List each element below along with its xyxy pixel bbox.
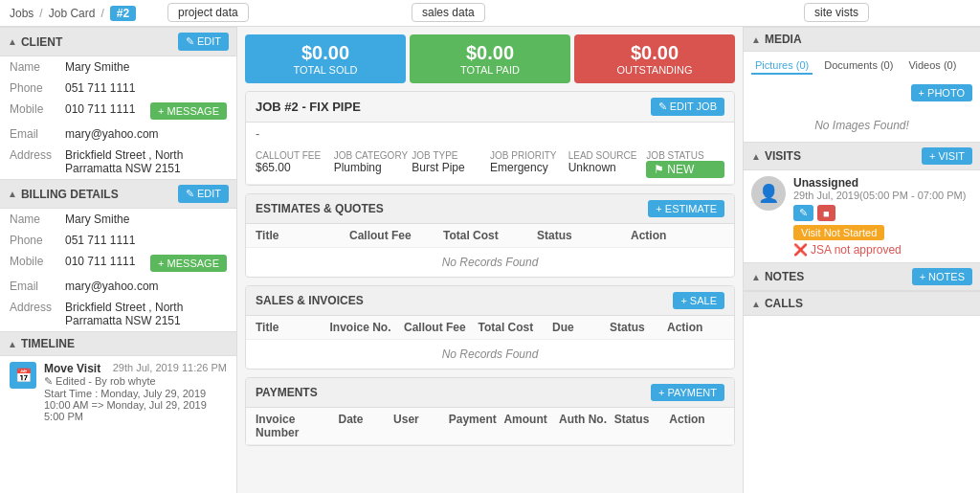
add-sale-button[interactable]: + SALE — [673, 292, 724, 309]
timeline-chevron: ▲ — [8, 339, 17, 349]
job-priority-detail: JOB PRIORITY Emergency — [490, 150, 568, 178]
client-phone-row: Phone 051 711 1111 — [0, 78, 236, 99]
visit-delete-button[interactable]: ■ — [817, 205, 835, 221]
sales-section: SALES & INVOICES + SALE Title Invoice No… — [245, 285, 735, 370]
client-address-row: Address Brickfield Street , North Parram… — [0, 145, 236, 179]
job-status-badge: ⚑ NEW — [646, 161, 724, 178]
client-message-button[interactable]: + MESSAGE — [150, 102, 227, 120]
breadcrumb-sep2: / — [100, 7, 103, 20]
sales-table-header: Title Invoice No. Callout Fee Total Cost… — [246, 316, 734, 340]
warning-icon: ❌ — [793, 243, 808, 257]
media-tabs: Pictures (0) Documents (0) Videos (0) — [744, 52, 980, 80]
media-title: ▲ MEDIA — [751, 33, 802, 46]
timeline-section: 📅 Move Visit 29th Jul, 2019 11:26 PM ✎ E… — [0, 356, 236, 434]
visit-status-badge: Visit Not Started — [793, 225, 884, 240]
sales-boxes: $0.00 TOTAL SOLD $0.00 TOTAL PAID $0.00 … — [245, 34, 735, 83]
job-card-header: JOB #2 - FIX PIPE ✎ EDIT JOB — [246, 92, 734, 123]
job-category-detail: JOB CATEGORY Plumbing — [334, 150, 412, 178]
client-title: ▲ CLIENT — [8, 35, 62, 49]
add-photo-button[interactable]: + PHOTO — [911, 84, 972, 101]
billing-mobile-row: Mobile 010 711 1111 + MESSAGE — [0, 251, 236, 276]
job-details-row: CALLOUT FEE $65.00 JOB CATEGORY Plumbing… — [246, 145, 734, 185]
timeline-item-date: 29th Jul, 2019 11:26 PM — [113, 362, 227, 375]
jsa-warning: ❌ JSA not approved — [793, 243, 972, 257]
add-visit-button[interactable]: + VISIT — [922, 147, 972, 165]
timeline-section-header: ▲ TIMELINE — [0, 331, 236, 356]
client-section-header: ▲ CLIENT ✎ EDIT — [0, 27, 236, 56]
media-tab-pictures[interactable]: Pictures (0) — [751, 57, 813, 75]
top-bar: Jobs / Job Card / #2 project data sales … — [0, 0, 980, 27]
visits-title: ▲ VISITS — [751, 149, 801, 163]
client-edit-button[interactable]: ✎ EDIT — [178, 33, 229, 51]
total-sold-amount: $0.00 — [253, 42, 398, 64]
payments-table-header: Invoice Number Date User Payment Amount … — [246, 408, 734, 445]
sales-empty: No Records Found — [246, 340, 734, 369]
edit-job-button[interactable]: ✎ EDIT JOB — [651, 98, 724, 116]
main-layout: ▲ CLIENT ✎ EDIT Name Mary Smithe Phone 0… — [0, 27, 980, 493]
client-email-row: Email mary@yahoo.com — [0, 123, 236, 145]
client-chevron: ▲ — [8, 36, 17, 47]
outstanding-amount: $0.00 — [582, 42, 727, 64]
total-paid-label: TOTAL PAID — [417, 64, 563, 76]
total-paid-box: $0.00 TOTAL PAID — [410, 34, 570, 83]
visit-edit-button[interactable]: ✎ — [793, 205, 813, 221]
timeline-item: 📅 Move Visit 29th Jul, 2019 11:26 PM ✎ E… — [10, 362, 227, 422]
job-card: JOB #2 - FIX PIPE ✎ EDIT JOB - CALLOUT F… — [245, 91, 735, 186]
total-paid-amount: $0.00 — [417, 42, 563, 64]
billing-chevron: ▲ — [8, 189, 17, 199]
timeline-content: Move Visit 29th Jul, 2019 11:26 PM ✎ Edi… — [44, 362, 227, 422]
add-notes-button[interactable]: + NOTES — [912, 268, 972, 285]
billing-address-row: Address Brickfield Street , North Parram… — [0, 297, 236, 331]
job-status-detail: JOB STATUS ⚑ NEW — [646, 150, 724, 178]
notes-section-header: ▲ NOTES + NOTES — [744, 262, 980, 291]
photo-area: + PHOTO — [744, 80, 980, 105]
visits-section-header: ▲ VISITS + VISIT — [744, 142, 980, 170]
estimates-header: ESTIMATES & QUOTES + ESTIMATE — [246, 194, 734, 224]
client-name-row: Name Mary Smithe — [0, 56, 236, 78]
job-type-detail: JOB TYPE Burst Pipe — [412, 150, 490, 178]
left-panel: ▲ CLIENT ✎ EDIT Name Mary Smithe Phone 0… — [0, 27, 237, 493]
breadcrumb-jobs[interactable]: Jobs — [10, 7, 33, 20]
calls-section-header: ▲ CALLS — [744, 291, 980, 316]
notes-title: ▲ NOTES — [751, 270, 804, 283]
annotation-project-data: project data — [167, 3, 249, 22]
visit-actions: ✎ ■ — [793, 205, 972, 221]
outstanding-label: OUTSTANDING — [582, 64, 727, 76]
job-card-title: JOB #2 - FIX PIPE — [256, 100, 361, 114]
billing-title: ▲ BILLING DETAILS — [8, 188, 119, 201]
middle-panel: $0.00 TOTAL SOLD $0.00 TOTAL PAID $0.00 … — [237, 27, 743, 493]
estimates-section: ESTIMATES & QUOTES + ESTIMATE Title Call… — [245, 193, 735, 278]
billing-phone-row: Phone 051 711 1111 — [0, 230, 236, 251]
media-tab-documents[interactable]: Documents (0) — [820, 57, 897, 75]
visit-info: Unassigned 29th Jul, 2019(05:00 PM - 07:… — [793, 176, 972, 257]
right-panel: ▲ MEDIA Pictures (0) Documents (0) Video… — [743, 27, 980, 493]
breadcrumb-jobcard[interactable]: Job Card — [49, 7, 96, 20]
timeline-edited: ✎ Edited - By rob whyte — [44, 375, 227, 388]
outstanding-box: $0.00 OUTSTANDING — [574, 34, 735, 83]
total-sold-label: TOTAL SOLD — [253, 64, 398, 76]
person-icon: 👤 — [758, 183, 779, 204]
timeline-item-title: Move Visit — [44, 362, 100, 375]
payments-header: PAYMENTS + PAYMENT — [246, 378, 734, 408]
client-mobile-row: Mobile 010 711 1111 + MESSAGE — [0, 99, 236, 123]
timeline-calendar-icon: 📅 — [10, 362, 36, 389]
billing-name-row: Name Mary Smithe — [0, 209, 236, 230]
sales-header: SALES & INVOICES + SALE — [246, 286, 734, 316]
no-images-message: No Images Found! — [744, 109, 980, 142]
annotation-sales-data: sales data — [412, 3, 485, 22]
annotation-site-visits: site vists — [804, 3, 869, 22]
breadcrumb-sep1: / — [39, 7, 42, 20]
breadcrumb-badge: #2 — [110, 6, 136, 21]
lead-source-detail: LEAD SOURCE Unknown — [568, 150, 647, 178]
total-sold-box: $0.00 TOTAL SOLD — [245, 34, 406, 83]
add-payment-button[interactable]: + PAYMENT — [651, 384, 724, 401]
timeline-title: ▲ TIMELINE — [8, 337, 75, 350]
job-dash: - — [246, 123, 734, 145]
media-tab-videos[interactable]: Videos (0) — [904, 57, 960, 75]
add-estimate-button[interactable]: + ESTIMATE — [648, 200, 724, 217]
billing-edit-button[interactable]: ✎ EDIT — [178, 185, 229, 203]
avatar: 👤 — [751, 176, 786, 211]
callout-fee-detail: CALLOUT FEE $65.00 — [256, 150, 334, 178]
billing-email-row: Email mary@yahoo.com — [0, 276, 236, 297]
billing-message-button[interactable]: + MESSAGE — [150, 255, 227, 272]
